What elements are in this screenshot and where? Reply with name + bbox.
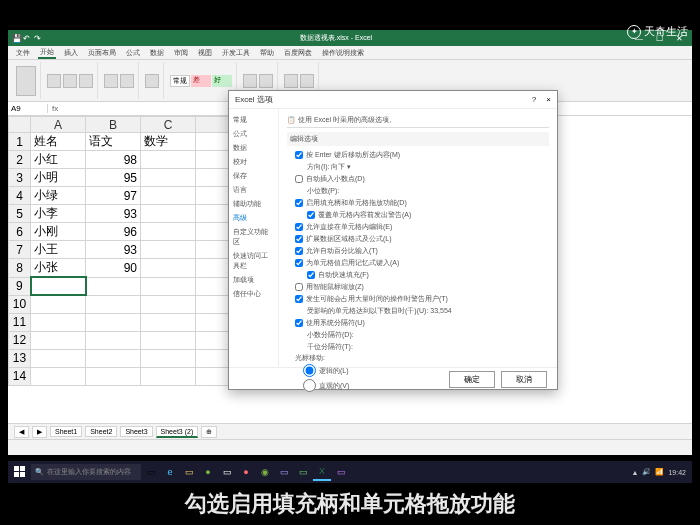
- row-header[interactable]: 14: [9, 367, 31, 385]
- sheet-tab[interactable]: Sheet3 (2): [156, 426, 199, 438]
- cell[interactable]: [86, 295, 141, 313]
- cell[interactable]: [86, 277, 141, 295]
- row-header[interactable]: 6: [9, 223, 31, 241]
- tab-help[interactable]: 帮助: [258, 48, 276, 58]
- tab-nav-icon[interactable]: ▶: [32, 426, 47, 438]
- add-sheet-button[interactable]: ⊕: [201, 426, 217, 438]
- row-header[interactable]: 4: [9, 187, 31, 205]
- nav-formula[interactable]: 公式: [232, 127, 275, 141]
- row-header[interactable]: 8: [9, 259, 31, 278]
- opt-system-sep[interactable]: 使用系统分隔符(U): [287, 317, 549, 329]
- style-normal[interactable]: 常规: [170, 75, 190, 87]
- row-header[interactable]: 2: [9, 151, 31, 169]
- cell-selected[interactable]: [31, 277, 86, 295]
- sum-button[interactable]: [284, 74, 298, 88]
- tab-view[interactable]: 视图: [196, 48, 214, 58]
- start-button[interactable]: [10, 463, 30, 481]
- paste-button[interactable]: [16, 66, 36, 96]
- col-header[interactable]: C: [141, 117, 196, 133]
- cell[interactable]: [86, 349, 141, 367]
- cell[interactable]: [86, 331, 141, 349]
- cell[interactable]: [141, 313, 196, 331]
- cell[interactable]: 93: [86, 205, 141, 223]
- nav-general[interactable]: 常规: [232, 113, 275, 127]
- align-center-button[interactable]: [120, 74, 134, 88]
- opt-extend-formats[interactable]: 扩展数据区域格式及公式(L): [287, 233, 549, 245]
- row-header[interactable]: 3: [9, 169, 31, 187]
- cell[interactable]: [141, 205, 196, 223]
- ok-button[interactable]: 确定: [449, 371, 495, 388]
- cell[interactable]: 小李: [31, 205, 86, 223]
- cell[interactable]: [86, 313, 141, 331]
- cell[interactable]: [141, 187, 196, 205]
- explorer-icon[interactable]: ▭: [180, 463, 198, 481]
- row-header[interactable]: 1: [9, 133, 31, 151]
- cell[interactable]: 小张: [31, 259, 86, 278]
- cell[interactable]: 数学: [141, 133, 196, 151]
- task-view-icon[interactable]: ▭: [142, 463, 160, 481]
- cell[interactable]: [31, 349, 86, 367]
- cell[interactable]: 98: [86, 151, 141, 169]
- cell[interactable]: [141, 151, 196, 169]
- undo-icon[interactable]: ↶: [23, 34, 31, 42]
- row-header[interactable]: 13: [9, 349, 31, 367]
- app-icon[interactable]: ●: [237, 463, 255, 481]
- tab-file[interactable]: 文件: [14, 48, 32, 58]
- cell[interactable]: [141, 241, 196, 259]
- row-header[interactable]: 10: [9, 295, 31, 313]
- nav-advanced[interactable]: 高级: [232, 211, 275, 225]
- tray-icon[interactable]: ▲: [632, 469, 639, 476]
- opt-warn-overwrite[interactable]: 覆盖单元格内容前发出警告(A): [287, 209, 549, 221]
- cancel-button[interactable]: 取消: [501, 371, 547, 388]
- cell[interactable]: [31, 295, 86, 313]
- cell[interactable]: [86, 367, 141, 385]
- delete-cells-button[interactable]: [259, 74, 273, 88]
- cell[interactable]: [141, 259, 196, 278]
- opt-autocomplete[interactable]: 为单元格值启用记忆式键入(A): [287, 257, 549, 269]
- tab-home[interactable]: 开始: [38, 47, 56, 59]
- nav-proof[interactable]: 校对: [232, 155, 275, 169]
- cell[interactable]: [31, 331, 86, 349]
- tab-tellme[interactable]: 操作说明搜索: [320, 48, 366, 58]
- tab-dev[interactable]: 开发工具: [220, 48, 252, 58]
- italic-button[interactable]: [79, 74, 93, 88]
- opt-cell-count[interactable]: 受影响的单元格达到以下数目时(千)(U): 33,554: [287, 305, 549, 317]
- number-format-button[interactable]: [145, 74, 159, 88]
- font-button[interactable]: [47, 74, 61, 88]
- app-icon[interactable]: ▭: [332, 463, 350, 481]
- cell[interactable]: 96: [86, 223, 141, 241]
- cell[interactable]: 97: [86, 187, 141, 205]
- style-bad[interactable]: 差: [191, 75, 211, 87]
- opt-enter-move[interactable]: 按 Enter 键后移动所选内容(M): [287, 149, 549, 161]
- cell[interactable]: 小绿: [31, 187, 86, 205]
- redo-icon[interactable]: ↷: [34, 34, 42, 42]
- cell[interactable]: [141, 277, 196, 295]
- opt-edit-in-cell[interactable]: 允许直接在单元格内编辑(E): [287, 221, 549, 233]
- row-header[interactable]: 11: [9, 313, 31, 331]
- dialog-close-button[interactable]: ×: [546, 95, 551, 104]
- opt-flash-fill[interactable]: 自动快速填充(F): [287, 269, 549, 281]
- tab-data[interactable]: 数据: [148, 48, 166, 58]
- bold-button[interactable]: [63, 74, 77, 88]
- sort-button[interactable]: [300, 74, 314, 88]
- tray-time[interactable]: 19:42: [668, 469, 686, 476]
- excel-taskbar-icon[interactable]: X: [313, 463, 331, 481]
- tab-nav-icon[interactable]: ◀: [14, 426, 29, 438]
- opt-auto-percent[interactable]: 允许自动百分比输入(T): [287, 245, 549, 257]
- name-box[interactable]: A9: [8, 104, 48, 113]
- row-header[interactable]: 7: [9, 241, 31, 259]
- cell[interactable]: 95: [86, 169, 141, 187]
- tray-icon[interactable]: 🔊: [642, 468, 651, 476]
- nav-addins[interactable]: 加载项: [232, 273, 275, 287]
- nav-lang[interactable]: 语言: [232, 183, 275, 197]
- cell[interactable]: [31, 367, 86, 385]
- nav-save[interactable]: 保存: [232, 169, 275, 183]
- nav-trust[interactable]: 信任中心: [232, 287, 275, 301]
- edge-icon[interactable]: e: [161, 463, 179, 481]
- app-icon[interactable]: ●: [199, 463, 217, 481]
- fx-icon[interactable]: fx: [48, 104, 62, 113]
- cell[interactable]: [141, 169, 196, 187]
- cell[interactable]: [141, 295, 196, 313]
- row-header[interactable]: 12: [9, 331, 31, 349]
- col-header[interactable]: A: [31, 117, 86, 133]
